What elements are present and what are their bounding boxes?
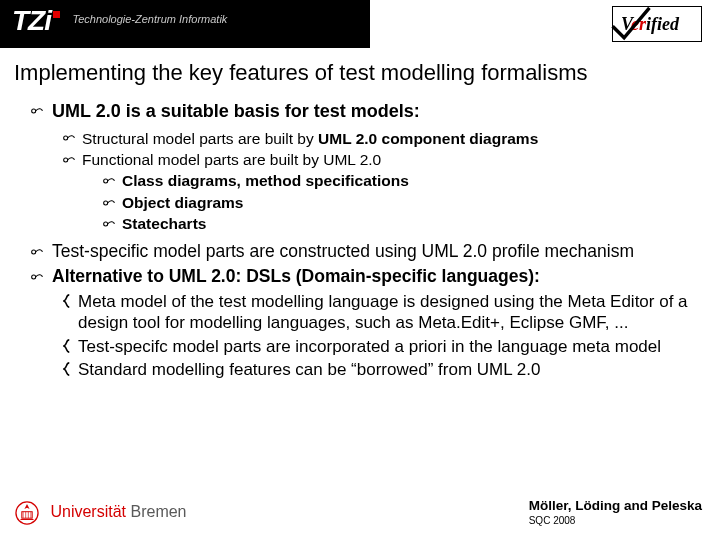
- bullet-test-specific: Test-specific model parts are constructe…: [30, 241, 704, 263]
- footer-authors: Möller, Löding and Peleska: [529, 498, 702, 513]
- bullet-borrowed: Standard modelling features can be “borr…: [62, 359, 704, 380]
- verified-logo: Verified: [612, 6, 702, 42]
- header-bar: TZi Technologie-Zentrum Informatik: [0, 0, 370, 48]
- bullet-alternative-dsl: Alternative to UML 2.0: DSLs (Domain-spe…: [30, 266, 704, 288]
- bullet-structural: Structural model parts are built by UML …: [62, 129, 704, 148]
- bullet-statecharts: Statecharts: [102, 214, 704, 233]
- slide-body: UML 2.0 is a suitable basis for test mod…: [20, 100, 704, 382]
- checkmark-icon: [608, 1, 654, 47]
- university-logo: Universität Bremen: [14, 500, 187, 526]
- bullet-object-diagrams: Object diagrams: [102, 193, 704, 212]
- tzi-logo-dot: [53, 11, 60, 18]
- bullet-functional: Functional model parts are built by UML …: [62, 150, 704, 169]
- university-prefix: Universität: [50, 503, 126, 520]
- footer-conference: SQC 2008: [529, 515, 702, 526]
- text-structural-pre: Structural model parts are built by: [82, 130, 318, 147]
- slide: TZi Technologie-Zentrum Informatik Verif…: [0, 0, 720, 540]
- text-structural-bold: UML 2.0 component diagrams: [318, 130, 538, 147]
- university-crest-icon: [14, 500, 40, 526]
- university-name: Bremen: [130, 503, 186, 520]
- bullet-class-diagrams: Class diagrams, method specifications: [102, 171, 704, 190]
- tzi-subtitle: Technologie-Zentrum Informatik: [72, 13, 227, 25]
- bullet-meta-model: Meta model of the test modelling languag…: [62, 291, 704, 334]
- footer-right: Möller, Löding and Peleska SQC 2008: [529, 498, 702, 526]
- bullet-test-specific-meta: Test-specifc model parts are incorporate…: [62, 336, 704, 357]
- tzi-logo-text: TZi: [12, 5, 51, 37]
- slide-title: Implementing the key features of test mo…: [14, 60, 706, 86]
- bullet-uml-basis: UML 2.0 is a suitable basis for test mod…: [30, 100, 704, 123]
